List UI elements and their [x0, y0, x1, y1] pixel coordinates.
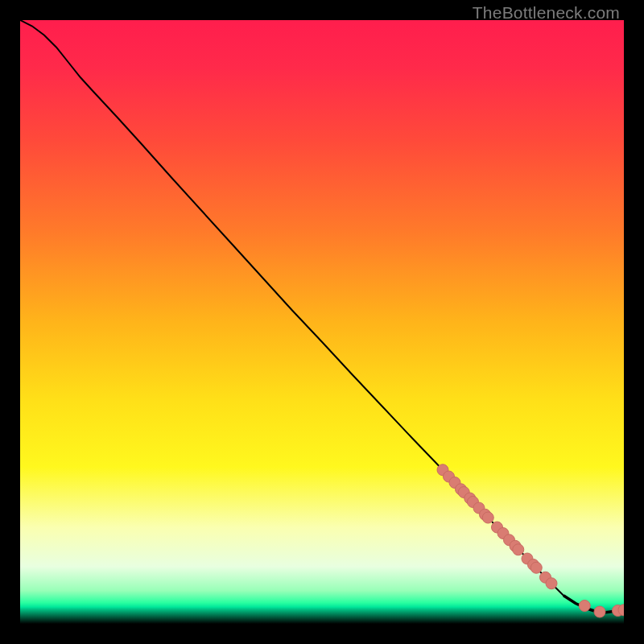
curve-marker: [579, 601, 590, 612]
curve-marker: [546, 578, 557, 589]
chart-frame: [20, 20, 624, 624]
curve-marker: [513, 544, 524, 555]
curve-marker: [594, 606, 605, 617]
bottleneck-chart: [20, 20, 624, 624]
curve-marker: [482, 512, 493, 523]
curve-marker: [530, 562, 542, 573]
